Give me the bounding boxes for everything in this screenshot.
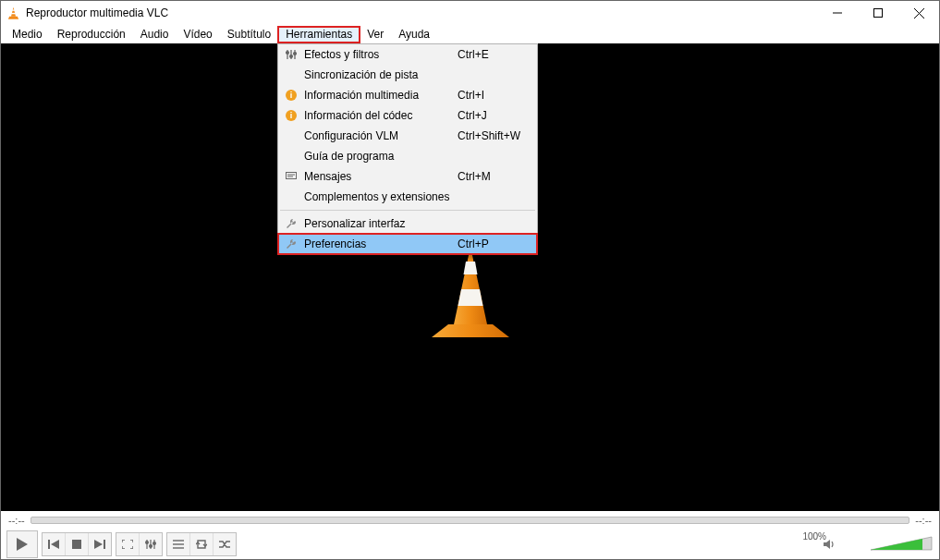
previous-button[interactable] [43,533,66,555]
herramientas-menu: Efectos y filtrosCtrl+ESincronización de… [277,43,538,255]
info-icon: i [278,90,304,101]
titlebar: Reproductor multimedia VLC [1,1,939,25]
menu-item-label: Información del códec [304,109,458,122]
menu-item-label: Preferencias [304,237,458,250]
svg-point-16 [153,542,156,545]
menu-item-mensajes[interactable]: MensajesCtrl+M [278,166,537,187]
menu-item-label: Complementos y extensiones [304,190,458,203]
volume-slider[interactable] [869,534,934,554]
menu-item-label: Personalizar interfaz [304,217,458,230]
next-button[interactable] [89,533,111,555]
seek-slider[interactable] [31,517,910,524]
svg-point-24 [290,55,293,58]
menu-item-shortcut: Ctrl+I [458,89,537,102]
stop-button[interactable] [66,533,89,555]
menu-item-sincronización-de-pista[interactable]: Sincronización de pista [278,65,537,85]
menu-item-label: Mensajes [304,170,458,183]
menu-herramientas[interactable]: Herramientas [278,27,360,43]
menu-item-shortcut: Ctrl+Shift+W [458,129,537,142]
menu-item-guía-de-programa[interactable]: Guía de programa [278,146,537,166]
play-button[interactable] [6,530,38,558]
svg-rect-8 [48,540,50,549]
extended-settings-button[interactable] [140,533,162,555]
menu-reproducción[interactable]: Reproducción [50,27,133,43]
menu-item-personalizar-interfaz[interactable]: Personalizar interfaz [278,213,537,234]
time-elapsed: --:-- [8,515,25,526]
playlist-button[interactable] [167,533,190,555]
svg-rect-0 [12,9,15,10]
menu-item-efectos-y-filtros[interactable]: Efectos y filtrosCtrl+E [278,44,537,65]
svg-point-14 [146,542,149,544]
menu-item-preferencias[interactable]: PreferenciasCtrl+P [278,234,537,254]
wrench-icon [278,218,304,229]
close-button[interactable] [898,1,939,25]
menu-subtítulo[interactable]: Subtítulo [220,27,278,43]
menu-audio[interactable]: Audio [133,27,177,43]
info-icon: i [278,110,304,121]
wrench-icon [278,238,304,250]
window-buttons [817,1,939,25]
menu-separator [280,210,535,211]
menu-ver[interactable]: Ver [360,27,391,43]
vlc-cone-icon [6,6,20,20]
menu-item-complementos-y-extensiones[interactable]: Complementos y extensiones [278,187,537,207]
svg-rect-1 [11,12,16,13]
vlc-cone-logo [426,243,515,345]
menu-item-label: Información multimedia [304,89,458,102]
menu-item-shortcut: Ctrl+J [458,109,537,122]
menu-item-label: Efectos y filtros [304,48,458,61]
menu-item-shortcut: Ctrl+E [458,48,537,61]
svg-point-23 [287,52,289,55]
menu-item-configuración-vlm[interactable]: Configuración VLMCtrl+Shift+W [278,126,537,146]
volume-percent-label: 100% [802,531,826,542]
menubar: MedioReproducciónAudioVídeoSubtítuloHerr… [1,25,939,43]
minimize-button[interactable] [817,1,858,25]
messages-icon [278,172,304,181]
menu-item-información-multimedia[interactable]: iInformación multimediaCtrl+I [278,85,537,105]
playlist-loop-group [166,532,237,556]
loop-button[interactable] [190,533,214,555]
menu-item-información-del-códec[interactable]: iInformación del códecCtrl+J [278,105,537,126]
menu-medio[interactable]: Medio [5,27,50,43]
view-group [116,532,163,556]
svg-rect-3 [874,9,883,18]
svg-point-25 [294,53,297,55]
time-total: --:-- [915,515,932,526]
transport-group [42,532,112,556]
seek-row: --:-- --:-- [1,511,939,530]
menu-item-label: Configuración VLM [304,129,458,142]
fullscreen-button[interactable] [116,533,140,555]
menu-item-label: Sincronización de pista [304,68,458,81]
maximize-button[interactable] [858,1,898,25]
menu-item-shortcut: Ctrl+M [458,170,537,183]
controls-row: 100% [1,530,939,559]
menu-ayuda[interactable]: Ayuda [391,27,437,43]
equalizer-icon [278,49,304,60]
menu-item-shortcut: Ctrl+P [458,237,537,250]
menu-vídeo[interactable]: Vídeo [176,27,219,43]
svg-rect-26 [287,173,297,179]
menu-item-label: Guía de programa [304,150,458,163]
shuffle-button[interactable] [214,533,236,555]
svg-rect-9 [72,540,81,549]
svg-rect-10 [104,540,105,549]
window-title: Reproductor multimedia VLC [26,6,168,19]
svg-point-15 [150,545,153,548]
